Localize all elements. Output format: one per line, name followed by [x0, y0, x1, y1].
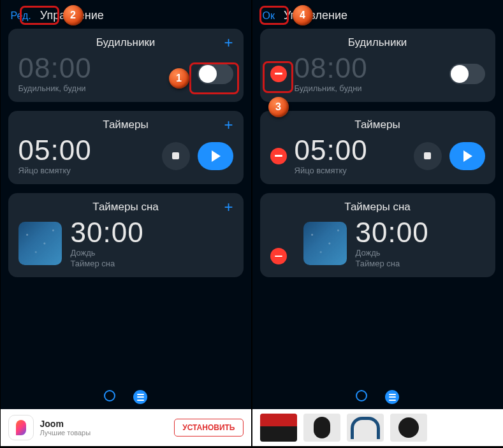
timers-card: Таймеры + 05:00 Яйцо всмятку	[8, 111, 244, 184]
sleep-thumbnail	[303, 222, 347, 265]
play-button[interactable]	[449, 142, 485, 170]
sleep-time: 30:00	[356, 219, 485, 247]
play-button[interactable]	[198, 142, 233, 170]
ad-image-headphones	[347, 414, 384, 442]
timers-title: Таймеры	[354, 119, 400, 131]
add-timer-button[interactable]: +	[224, 117, 233, 133]
sleep-label: Дождь	[71, 248, 233, 257]
sleep-card: Таймеры сна 30:00 Дождь Таймер сна	[260, 193, 495, 277]
timers-card: Таймеры 05:00 Яйцо всмятку	[260, 111, 495, 184]
alarm-toggle[interactable]	[449, 64, 485, 84]
add-sleep-button[interactable]: +	[224, 199, 233, 215]
ad-image-mouse	[303, 414, 340, 442]
sleep-sub: Таймер сна	[71, 259, 233, 268]
alarms-card: Будильники 08:00 Будильник, будни	[260, 29, 495, 102]
bottom-nav	[252, 385, 503, 409]
nav-home-icon[interactable]	[104, 390, 115, 401]
alarms-card: Будильники + 08:00 Будильник, будни	[8, 29, 244, 102]
delete-sleep-button[interactable]	[270, 248, 287, 264]
stop-button[interactable]	[162, 142, 190, 170]
delete-alarm-button[interactable]	[270, 66, 287, 82]
timer-label: Яйцо всмятку	[18, 166, 162, 175]
sleep-sub: Таймер сна	[356, 259, 485, 268]
page-title: Управление	[40, 9, 104, 22]
alarm-time: 08:00	[18, 54, 198, 82]
page-title: Управление	[284, 9, 347, 22]
sleep-title: Таймеры сна	[92, 201, 158, 213]
timer-time: 05:00	[295, 136, 414, 164]
sleep-thumbnail	[18, 222, 62, 265]
alarm-label: Будильник, будни	[18, 83, 198, 93]
done-button[interactable]: Ок	[263, 10, 275, 22]
edit-button[interactable]: Ред.	[11, 10, 31, 22]
ad-title: Joom	[40, 419, 168, 429]
install-button[interactable]: УСТАНОВИТЬ	[174, 419, 243, 437]
sleep-time: 30:00	[71, 219, 233, 247]
timer-time: 05:00	[18, 136, 162, 164]
nav-home-icon[interactable]	[356, 390, 367, 401]
alarm-toggle[interactable]	[198, 64, 233, 84]
ad-banner[interactable]: Joom Лучшие товары УСТАНОВИТЬ	[1, 409, 251, 446]
screen-right: Ок Управление Будильники 08:00 Будильник…	[252, 0, 503, 446]
sleep-title: Таймеры сна	[344, 201, 410, 213]
nav-menu-icon[interactable]	[385, 390, 399, 404]
alarm-time: 08:00	[295, 54, 449, 82]
timer-label: Яйцо всмятку	[295, 166, 414, 175]
nav-menu-icon[interactable]	[133, 390, 147, 404]
alarms-title: Будильники	[348, 36, 407, 49]
add-alarm-button[interactable]: +	[224, 35, 233, 50]
stop-button[interactable]	[414, 142, 442, 170]
delete-timer-button[interactable]	[270, 148, 287, 164]
ad-image-watch	[390, 414, 427, 442]
ad-app-icon	[8, 415, 34, 440]
timers-title: Таймеры	[103, 119, 148, 131]
bottom-nav	[1, 385, 251, 409]
ad-image-earbuds	[260, 414, 297, 442]
sleep-card: Таймеры сна + 30:00 Дождь Таймер сна	[8, 193, 244, 277]
header: Ред. Управление	[1, 0, 251, 29]
alarm-label: Будильник, будни	[295, 83, 449, 93]
alarms-title: Будильники	[96, 36, 156, 49]
ad-sub: Лучшие товары	[40, 429, 168, 437]
screen-left: Ред. Управление Будильники + 08:00 Будил…	[1, 0, 251, 446]
sleep-label: Дождь	[356, 248, 485, 257]
ad-banner[interactable]	[252, 409, 503, 446]
header: Ок Управление	[252, 0, 503, 29]
